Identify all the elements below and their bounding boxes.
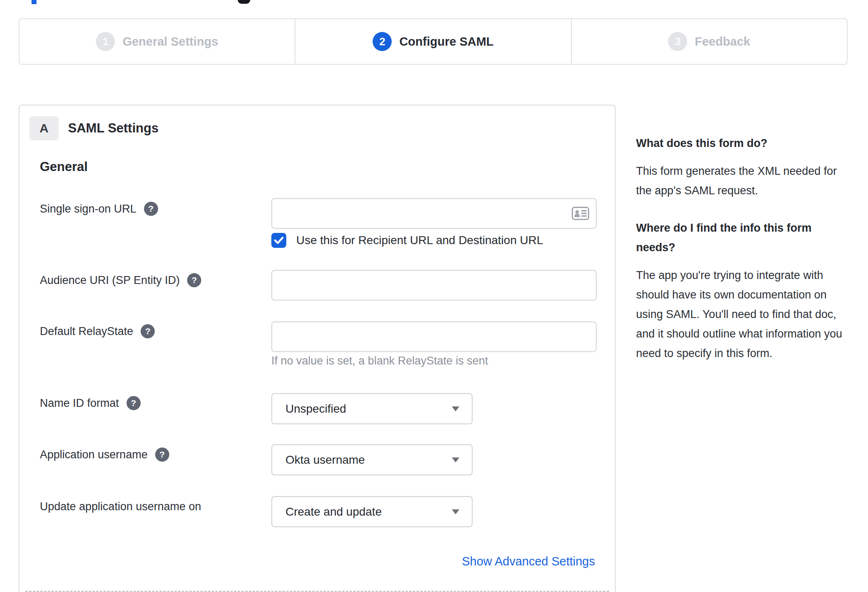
application-username-label-text: Application username <box>40 448 148 462</box>
step-number-badge: 1 <box>96 32 115 51</box>
recipient-url-checkbox-row: Use this for Recipient URL and Destinati… <box>271 233 543 248</box>
step-configure-saml[interactable]: 2 Configure SAML <box>295 19 571 64</box>
sso-url-input[interactable] <box>271 198 597 229</box>
show-advanced-settings-link[interactable]: Show Advanced Settings <box>462 555 595 568</box>
relay-state-hint: If no value is set, a blank RelayState i… <box>271 355 488 367</box>
step-label: Configure SAML <box>399 35 493 49</box>
help-section: What does this form do? This form genera… <box>636 134 844 201</box>
help-heading: What does this form do? <box>636 134 844 153</box>
caret-down-icon <box>452 509 459 514</box>
help-body: The app you're trying to integrate with … <box>636 266 844 363</box>
help-icon[interactable]: ? <box>127 396 141 410</box>
saml-settings-panel: A SAML Settings General Single sign-on U… <box>19 105 616 592</box>
help-icon[interactable]: ? <box>144 202 158 216</box>
recipient-url-checkbox[interactable] <box>271 233 286 248</box>
sso-url-label-text: Single sign-on URL <box>40 202 137 216</box>
update-username-label: Update application username on <box>40 499 201 514</box>
help-body: This form generates the XML needed for t… <box>636 161 844 201</box>
application-username-value: Okta username <box>285 453 365 467</box>
help-sidebar: What does this form do? This form genera… <box>636 134 844 363</box>
sso-url-input-wrap <box>271 198 597 229</box>
name-id-format-value: Unspecified <box>285 402 346 416</box>
contact-card-icon <box>572 207 589 220</box>
section-a-badge: A <box>29 116 59 140</box>
update-username-value: Create and update <box>285 505 382 519</box>
step-number-badge: 3 <box>668 32 687 51</box>
relay-state-label: Default RelayState ? <box>40 324 155 338</box>
name-id-format-select[interactable]: Unspecified <box>271 393 473 424</box>
help-icon[interactable]: ? <box>141 324 155 338</box>
step-number-badge: 2 <box>373 32 392 51</box>
help-heading: Where do I find the info this form needs… <box>636 218 844 257</box>
step-label: Feedback <box>695 35 750 49</box>
sso-url-label: Single sign-on URL ? <box>40 202 158 216</box>
application-username-label: Application username ? <box>40 448 169 462</box>
update-username-label-text: Update application username on <box>40 499 201 514</box>
caret-down-icon <box>452 406 459 411</box>
step-general-settings[interactable]: 1 General Settings <box>20 19 295 64</box>
caret-down-icon <box>452 457 459 462</box>
audience-uri-label: Audience URI (SP Entity ID) ? <box>40 273 201 287</box>
relay-state-label-text: Default RelayState <box>40 324 133 338</box>
audience-uri-input[interactable] <box>271 270 597 301</box>
recipient-url-checkbox-label: Use this for Recipient URL and Destinati… <box>296 234 543 247</box>
clipped-dark-fragment <box>238 0 250 4</box>
clipped-blue-fragment <box>32 0 37 4</box>
help-icon[interactable]: ? <box>187 273 201 287</box>
wizard-stepper: 1 General Settings 2 Configure SAML 3 Fe… <box>19 18 848 65</box>
relay-state-input[interactable] <box>271 321 597 352</box>
update-username-select[interactable]: Create and update <box>271 496 473 527</box>
application-username-select[interactable]: Okta username <box>271 444 473 475</box>
section-title: SAML Settings <box>68 121 158 136</box>
checkbox-check-icon <box>274 236 284 245</box>
help-icon[interactable]: ? <box>155 448 169 462</box>
step-feedback[interactable]: 3 Feedback <box>571 19 847 64</box>
step-label: General Settings <box>122 35 218 49</box>
audience-uri-label-text: Audience URI (SP Entity ID) <box>40 273 180 287</box>
name-id-format-label: Name ID format ? <box>40 396 141 410</box>
general-group-heading: General <box>40 159 88 174</box>
name-id-format-label-text: Name ID format <box>40 396 119 410</box>
help-section: Where do I find the info this form needs… <box>636 218 844 363</box>
